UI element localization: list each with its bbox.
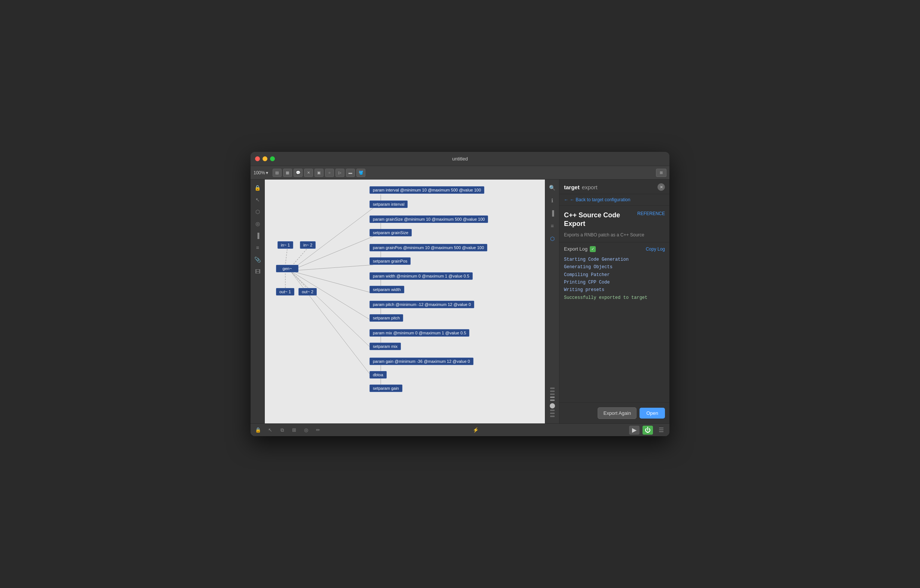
zoom-dropdown-icon: ▾ [266,170,268,175]
panel-export-label: export [582,184,598,190]
toolbar-btn-8[interactable]: ▬ [346,169,355,177]
node-setparam-mix[interactable]: setparam mix [369,343,401,350]
right-panel: target export ✕ ← ← Back to target confi… [559,180,669,423]
node-param-mix[interactable]: param mix @minimum 0 @maximum 1 @value 0… [369,329,469,337]
node-param-pitch[interactable]: param pitch @minimum -12 @maximum 12 @va… [369,301,474,308]
panel-title: target export [564,184,597,190]
main-content: 🔒 ↖ ⬡ ◎ ▐ ≡ 📎 🎞 [251,180,669,423]
back-arrow-icon: ← [564,197,569,202]
copy-log-button[interactable]: Copy Log [646,246,665,252]
export-again-button[interactable]: Export Again [598,407,637,419]
toolbar-btn-1[interactable]: ▤ [273,169,282,177]
node-setparam-width[interactable]: setparam width [369,286,404,293]
toolbar-btn-paint[interactable]: 🪣 [356,169,365,177]
toolbar-btn-6[interactable]: ○ [325,169,334,177]
play-button[interactable]: ▶ [629,426,640,435]
node-setparam-grainsize[interactable]: setparam grainSize [369,229,412,236]
svg-line-4 [290,271,373,322]
vol-seg [550,413,555,414]
node-setparam-pitch[interactable]: setparam pitch [369,314,403,322]
node-in1[interactable]: in~ 1 [277,241,293,249]
export-icon[interactable]: ⬡ [547,233,557,244]
vol-seg [550,387,555,389]
reference-link[interactable]: REFERENCE [637,211,665,216]
toolbar-btn-5[interactable]: ▣ [314,169,324,177]
vol-seg-active [550,400,555,401]
log-line-1: Starting Code Generation [564,256,665,263]
vol-knob[interactable] [550,403,555,408]
node-param-grainsize[interactable]: param grainSize @minimum 10 @maximum 500… [369,215,488,223]
toolbar-btn-4[interactable]: ✕ [304,169,313,177]
sidebar-circle-icon[interactable]: ◎ [253,219,263,229]
open-button[interactable]: Open [640,408,665,419]
right-overlay-sidebar: 🔍 ℹ ▐ ≡ ⬡ [545,180,559,423]
export-log-check-icon: ✓ [590,246,596,252]
zoom-control[interactable]: 100% ▾ [254,170,268,175]
list-bottom-icon[interactable]: ☰ [656,426,666,435]
traffic-lights [255,156,275,161]
node-out2[interactable]: out~ 2 [298,288,317,295]
node-dbtoa[interactable]: dbtoa [369,371,387,379]
sidebar-columns-icon[interactable]: ▐ [253,230,263,241]
node-gen[interactable]: gen~ [276,265,298,272]
columns-icon[interactable]: ▐ [547,208,557,219]
toolbar-btn-2[interactable]: ▦ [283,169,292,177]
zoom-level-label: 100% [254,170,265,175]
back-to-target-link[interactable]: ← ← Back to target configuration [559,194,669,206]
vol-seg [550,394,555,395]
maximize-button[interactable] [270,156,275,161]
sidebar-lines-icon[interactable]: ≡ [253,242,263,253]
bottom-circle-icon[interactable]: ◎ [301,426,310,434]
node-param-gain[interactable]: param gain @minimum -36 @maximum 12 @val… [369,358,473,365]
titlebar: untitled [251,152,669,166]
minimize-button[interactable] [262,156,267,161]
sidebar-clip-icon[interactable]: 📎 [253,254,263,265]
export-main-title: C++ Source Code Export [564,211,637,228]
canvas-area[interactable]: param interval @minimum 10 @maximum 500 … [265,180,559,423]
bottom-pen-icon[interactable]: ✏ [313,426,322,434]
power-button[interactable]: ⏻ [643,426,653,435]
svg-line-5 [290,271,373,350]
left-sidebar: 🔒 ↖ ⬡ ◎ ▐ ≡ 📎 🎞 [251,180,265,423]
vol-seg [550,410,555,411]
log-line-2: Generating Objects [564,263,665,271]
node-param-width[interactable]: param width @minimum 0 @maximum 1 @value… [369,272,473,280]
panel-close-button[interactable]: ✕ [658,183,665,191]
export-log-header: Export Log ✓ Copy Log [559,242,669,254]
toolbar: 100% ▾ ▤ ▦ 💬 ✕ ▣ ○ ▷ ▬ 🪣 ⊞ [251,166,669,180]
list-icon[interactable]: ≡ [547,221,557,231]
bottom-layers-icon[interactable]: ⧉ [277,426,287,434]
export-title-section: C++ Source Code Export REFERENCE [559,206,669,230]
bottom-cursor-icon[interactable]: ↖ [266,426,274,434]
node-in2[interactable]: in~ 2 [300,241,316,249]
node-out1[interactable]: out~ 1 [276,288,294,295]
vol-seg [550,416,555,417]
close-button[interactable] [255,156,260,161]
window-title: untitled [452,156,468,162]
main-window: untitled 100% ▾ ▤ ▦ 💬 ✕ ▣ ○ ▷ ▬ 🪣 ⊞ 🔒 ↖ … [251,152,669,436]
svg-line-8 [293,249,307,265]
bottom-connect-icon[interactable]: ⚡ [471,426,480,434]
node-setparam-gain[interactable]: setparam gain [369,384,402,392]
export-log-content: Starting Code Generation Generating Obje… [559,254,669,402]
info-icon[interactable]: ℹ [547,195,557,206]
node-param-interval[interactable]: param interval @minimum 10 @maximum 500 … [369,186,484,194]
bottom-lock-icon[interactable]: 🔒 [254,426,262,434]
sidebar-film-icon[interactable]: 🎞 [253,266,263,277]
node-param-grainpos[interactable]: param grainPos @minimum 10 @maximum 500 … [369,244,487,251]
search-icon[interactable]: 🔍 [547,183,557,193]
sidebar-lock-icon[interactable]: 🔒 [253,183,263,193]
log-line-5: Writing presets [564,286,665,294]
node-setparam-interval[interactable]: setparam interval [369,201,408,208]
bottom-toolbar: 🔒 ↖ ⧉ ⊞ ◎ ✏ ⚡ ▶ ⏻ ☰ [251,423,669,436]
volume-area [550,246,555,420]
node-setparam-grainpos[interactable]: setparam grainPos [369,258,411,265]
vol-seg-active [550,397,555,398]
panel-header: target export ✕ [559,180,669,194]
sidebar-cube-icon[interactable]: ⬡ [253,206,263,217]
toolbar-btn-3[interactable]: 💬 [293,169,303,177]
bottom-grid-icon[interactable]: ⊞ [290,426,298,434]
toolbar-grid-btn[interactable]: ⊞ [656,169,666,177]
toolbar-btn-7[interactable]: ▷ [335,169,345,177]
sidebar-cursor-icon[interactable]: ↖ [253,194,263,205]
